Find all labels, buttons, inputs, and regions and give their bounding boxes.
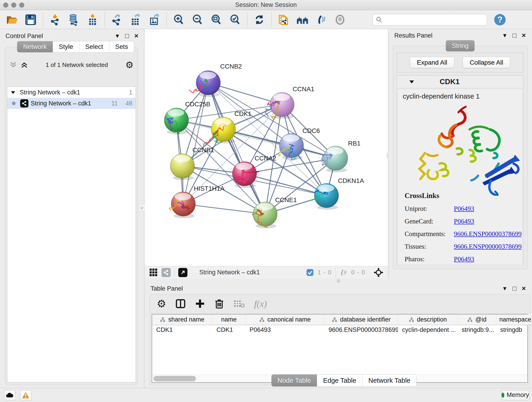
zoom-out-button[interactable] [191,13,204,26]
column-header-description[interactable]: description [398,314,457,325]
close-panel-icon[interactable]: ✕ [521,285,526,292]
network-node-CDC6[interactable]: CDC6 [279,127,320,160]
warnings-button[interactable] [20,390,31,400]
string-results-card: Expand All Collapse All CDK1 cyclin-depe… [393,46,528,269]
zoom-selected-button[interactable] [229,13,241,26]
tab-sets[interactable]: Sets [109,41,134,52]
float-panel-icon[interactable]: □ [125,32,129,40]
network-node-CDKN1A[interactable]: CDKN1A [310,177,364,210]
import-table-file-button[interactable] [86,13,99,26]
search-input[interactable] [382,16,483,23]
panel-menu-icon[interactable]: ▼ [114,33,120,39]
network-edge-CCNA2-CDKN1A[interactable] [244,174,326,196]
save-session-button[interactable] [24,13,37,26]
column-header-namespace[interactable]: namespace [496,314,532,325]
horizontal-splitter[interactable] [145,279,532,283]
table-tabs: Node Table Edge Table Network Table [271,374,417,387]
network-node-CCNB2[interactable]: CCNB2 [189,63,242,97]
fit-content-crosshair-icon[interactable] [374,268,383,277]
column-header-canonical-name[interactable]: canonical name [245,314,324,325]
network-edge-HIST1H1A-CCNE1[interactable] [183,204,265,214]
crosslinks-heading: CrossLinks [405,191,522,200]
export-network-button[interactable] [110,13,123,26]
delete-table-icon-disabled [234,299,245,308]
network-edge-CCNB2-CCNE1[interactable] [208,83,265,214]
search-field[interactable] [373,14,487,26]
network-row-selected[interactable]: String Network – cdk1 11 48 [7,98,136,109]
left-splitter-handle[interactable] [139,205,145,211]
tree-expand-arrow-icon[interactable] [11,90,16,95]
gene-name: CDK1 [440,77,460,86]
scrollbar-thumb[interactable] [153,376,196,381]
node-label-RB1: RB1 [348,140,360,147]
network-node-RB1[interactable]: RB1 [321,140,361,172]
collapse-all-icon[interactable] [9,61,17,68]
node-table: shared namenamecanonical namedatabase id… [152,314,528,383]
cloud-status-button[interactable] [4,390,15,400]
selected-checkbox-icon[interactable] [306,269,314,276]
open-in-browser-icon[interactable] [178,268,187,277]
import-network-database-button[interactable] [67,13,80,26]
help-button[interactable]: ? [494,13,506,26]
show-all-button[interactable] [334,13,346,26]
show-eye-icon [334,13,346,26]
network-graph[interactable]: CCNB2CCNA1CDC25BCDK1CDC6RB1CCNB1CCNA2CDK… [145,29,388,266]
network-collection-row[interactable]: String Network – cdk1 1 [7,87,136,98]
column-header-database-identifier[interactable]: database identifier [324,314,398,325]
open-session-button[interactable] [6,13,18,26]
panel-menu-icon[interactable]: ▼ [502,32,507,39]
zoom-in-button[interactable] [172,13,185,26]
network-icon [20,99,28,108]
crosslink-link[interactable]: P06493 [454,205,474,212]
close-panel-icon[interactable]: ✕ [521,32,526,39]
tab-network-table[interactable]: Network Table [362,374,417,387]
apply-layout-button[interactable] [253,13,266,26]
tab-string[interactable]: String [446,40,475,51]
tab-select[interactable]: Select [79,41,109,52]
network-canvas[interactable]: CCNB2CCNA1CDC25BCDK1CDC6RB1CCNB1CCNA2CDK… [145,29,388,266]
float-panel-icon[interactable]: □ [513,32,516,39]
gene-section-header[interactable]: CDK1 [397,75,523,88]
export-table-button[interactable] [129,13,142,26]
crosslink-link[interactable]: 9606.ENSP00000378699 [454,243,522,250]
memory-button[interactable]: Memory [501,390,529,400]
birdseye-grid-icon[interactable] [149,268,158,277]
tab-edge-table[interactable]: Edge Table [317,374,362,387]
network-node-HIST1H1A[interactable]: HIST1H1A [169,185,225,218]
protein-structure-image [401,99,520,196]
expand-all-button[interactable]: Expand All [410,57,454,68]
column-header-name[interactable]: name [212,314,245,325]
network-view-title: String Network – cdk1 [199,269,302,276]
tab-style[interactable]: Style [53,41,79,52]
hide-selected-button[interactable] [315,13,328,26]
crosslink-link[interactable]: P06493 [454,255,474,263]
column-header-shared-name[interactable]: shared name [152,314,212,325]
node-label-CCNE1: CCNE1 [275,196,297,204]
section-collapse-arrow-icon[interactable] [409,80,414,84]
network-node-CDC25B[interactable]: CDC25B [164,101,210,134]
collapse-all-button[interactable]: Collapse All [462,57,510,68]
new-network-from-selection-button[interactable] [277,13,290,26]
export-image-button[interactable] [148,13,161,26]
tab-node-table[interactable]: Node Table [271,374,317,387]
expand-all-icon[interactable] [20,61,28,68]
network-tab-card: 1 of 1 Network selected ⚙ String Network… [5,47,138,385]
zoom-fit-button[interactable] [210,13,223,26]
import-network-file-button[interactable] [49,13,61,26]
close-panel-icon[interactable]: ✕ [134,33,139,39]
first-neighbors-button[interactable] [296,13,309,26]
crosslink-link[interactable]: P06493 [454,217,474,225]
crosslink-link[interactable]: 9606.ENSP00000378699 [454,230,522,238]
network-node-CCNB1[interactable]: CCNB1 [170,147,214,180]
table-row[interactable]: CDK1CDK1P064939606.ENSP00000378699cyclin… [152,325,532,335]
delete-column-trash-icon[interactable] [214,298,224,309]
network-share-icon[interactable] [162,268,171,277]
column-header--id[interactable]: @id [457,314,496,325]
panel-menu-icon[interactable]: ▼ [502,285,507,292]
tab-network[interactable]: Network [17,41,53,52]
network-options-gear-icon[interactable]: ⚙ [125,60,133,70]
float-panel-icon[interactable]: □ [513,285,516,292]
add-column-icon[interactable] [195,299,205,309]
table-options-gear-icon[interactable]: ⚙ [157,298,166,309]
show-columns-icon[interactable] [175,298,186,309]
